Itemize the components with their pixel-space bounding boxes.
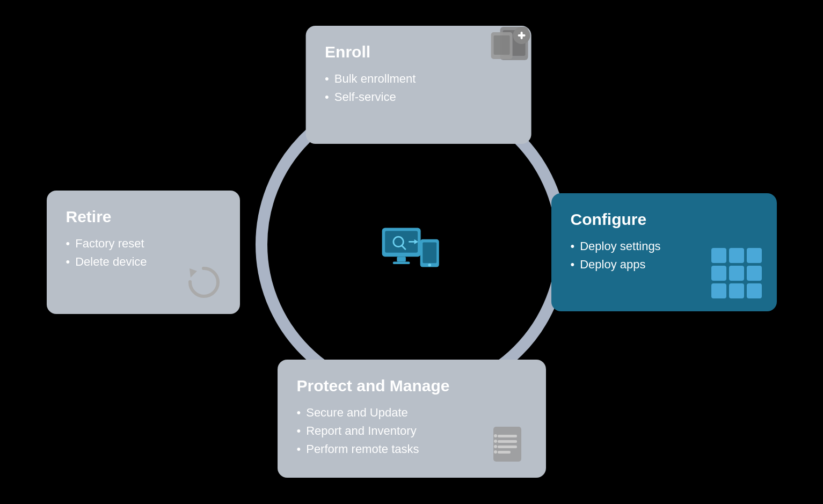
svg-rect-11: [498, 445, 517, 448]
retire-title: Retire: [66, 208, 221, 226]
center-icon: [380, 225, 444, 279]
configure-title: Configure: [571, 210, 758, 229]
retire-card: Retire Factory reset Delete device: [47, 191, 240, 314]
svg-rect-7: [520, 32, 522, 39]
svg-marker-17: [190, 268, 197, 277]
retire-refresh-icon: [182, 260, 225, 303]
protect-card: Protect and Manage Secure and Update Rep…: [278, 360, 546, 478]
svg-point-15: [494, 445, 497, 448]
diagram-container: Enroll Bulk enrollment Self-service Conf…: [36, 16, 788, 488]
svg-point-14: [494, 440, 497, 443]
enroll-item-2: Self-service: [325, 90, 512, 104]
svg-rect-26: [423, 242, 436, 263]
svg-rect-9: [498, 435, 517, 437]
protect-item-1: Secure and Update: [297, 406, 527, 420]
enroll-icon: [488, 20, 536, 63]
svg-rect-4: [493, 35, 509, 55]
configure-card: Configure Deploy settings Deploy apps: [551, 193, 777, 311]
svg-rect-10: [498, 440, 517, 443]
configure-grid-icon: [711, 248, 762, 298]
protect-report-icon: [488, 424, 531, 467]
enroll-title: Enroll: [325, 43, 512, 61]
svg-rect-8: [493, 427, 521, 462]
enroll-card: Enroll Bulk enrollment Self-service: [305, 26, 531, 144]
protect-title: Protect and Manage: [297, 377, 527, 395]
svg-rect-21: [392, 261, 409, 264]
svg-rect-20: [397, 257, 406, 261]
svg-rect-12: [498, 451, 511, 454]
svg-point-16: [494, 450, 497, 454]
enroll-item-1: Bulk enrollment: [325, 72, 512, 86]
svg-point-13: [494, 434, 497, 437]
enroll-list: Bulk enrollment Self-service: [325, 72, 512, 104]
retire-item-1: Factory reset: [66, 237, 221, 251]
svg-point-27: [428, 264, 431, 267]
